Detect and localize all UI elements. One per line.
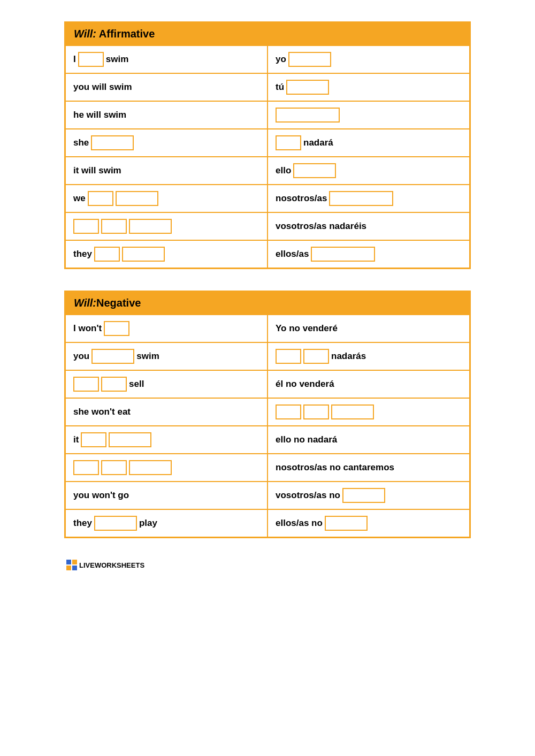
answer-input[interactable]: [293, 163, 336, 178]
cell-text: ello no nadará: [276, 434, 337, 445]
answer-input[interactable]: [325, 516, 368, 531]
cell-text: ellos/as no: [276, 518, 323, 529]
cell-affirmative-row0-left: Iswim: [65, 45, 268, 73]
answer-input[interactable]: [342, 488, 385, 503]
cell-text: play: [139, 518, 157, 529]
cell-affirmative-row0-right: yo: [268, 45, 470, 73]
cell-text: you won't go: [73, 490, 129, 501]
answer-input[interactable]: [81, 432, 106, 447]
cell-text: nosotros/as no cantaremos: [276, 462, 394, 473]
section-affirmative: Will: AffirmativeIswimyoyou will swimtúh…: [64, 21, 471, 269]
cell-text: él no venderá: [276, 379, 334, 390]
cell-text: I: [73, 54, 76, 65]
answer-input[interactable]: [288, 52, 331, 67]
answer-input[interactable]: [122, 247, 165, 262]
cell-text: tú: [276, 82, 284, 93]
answer-input[interactable]: [73, 460, 99, 475]
cell-negative-row3-left: she won't eat: [65, 398, 268, 426]
answer-input[interactable]: [276, 135, 301, 150]
cell-text: you: [73, 351, 89, 362]
grid-affirmative: Iswimyoyou will swimtúhe will swimshenad…: [65, 45, 470, 268]
cell-affirmative-row4-right: ello: [268, 157, 470, 185]
cell-text: I won't: [73, 323, 102, 334]
answer-input[interactable]: [276, 404, 301, 419]
answer-input[interactable]: [101, 460, 127, 475]
answer-input[interactable]: [303, 404, 329, 419]
cell-affirmative-row5-right: nosotros/as: [268, 185, 470, 212]
cell-text: nadará: [303, 138, 333, 148]
cell-text: vosotros/as no: [276, 490, 340, 501]
cell-affirmative-row2-right: [268, 101, 470, 129]
cell-text: yo: [276, 54, 286, 65]
cell-negative-row3-right: [268, 398, 470, 426]
cell-negative-row1-right: nadarás: [268, 342, 470, 370]
cell-text: nadarás: [331, 351, 366, 362]
cell-negative-row2-right: él no venderá: [268, 370, 470, 398]
cell-negative-row2-left: sell: [65, 370, 268, 398]
cell-text: swim: [136, 351, 159, 362]
cell-affirmative-row1-right: tú: [268, 73, 470, 101]
cell-text: she: [73, 138, 89, 148]
cell-text: swim: [106, 54, 129, 65]
answer-input[interactable]: [78, 52, 104, 67]
answer-input[interactable]: [104, 321, 129, 336]
brand-name: LIVEWORKSHEETS: [79, 561, 144, 569]
cell-text: they: [73, 249, 92, 259]
cell-negative-row7-left: theyplay: [65, 509, 268, 537]
cell-negative-row4-right: ello no nadará: [268, 426, 470, 454]
answer-input[interactable]: [91, 349, 134, 364]
cell-negative-row6-left: you won't go: [65, 482, 268, 509]
cell-negative-row0-left: I won't: [65, 315, 268, 342]
answer-input[interactable]: [276, 349, 301, 364]
answer-input[interactable]: [91, 135, 134, 150]
answer-input[interactable]: [109, 432, 151, 447]
footer: LIVEWORKSHEETS: [64, 560, 471, 570]
cell-negative-row0-right: Yo no venderé: [268, 315, 470, 342]
cell-text: it will swim: [73, 165, 121, 176]
cell-negative-row1-left: youswim: [65, 342, 268, 370]
liveworksheets-logo: LIVEWORKSHEETS: [66, 560, 144, 570]
cell-affirmative-row2-left: he will swim: [65, 101, 268, 129]
answer-input[interactable]: [311, 247, 375, 262]
cell-negative-row7-right: ellos/as no: [268, 509, 470, 537]
answer-input[interactable]: [303, 349, 329, 364]
answer-input[interactable]: [331, 404, 374, 419]
cell-affirmative-row3-left: she: [65, 129, 268, 157]
cell-affirmative-row7-right: ellos/as: [268, 240, 470, 268]
cell-text: it: [73, 434, 79, 445]
cell-text: ellos/as: [276, 249, 309, 259]
grid-negative: I won'tYo no venderéyouswimnadarássellél…: [65, 315, 470, 537]
cell-affirmative-row6-right: vosotros/as nadaréis: [268, 212, 470, 240]
cell-text: ello: [276, 165, 291, 176]
answer-input[interactable]: [101, 377, 127, 392]
cell-affirmative-row3-right: nadará: [268, 129, 470, 157]
answer-input[interactable]: [73, 219, 99, 234]
answer-input[interactable]: [94, 247, 120, 262]
section-header-negative: Will:Negative: [65, 292, 470, 315]
answer-input[interactable]: [116, 191, 158, 206]
section-negative: Will:NegativeI won'tYo no venderéyouswim…: [64, 291, 471, 538]
answer-input[interactable]: [276, 108, 340, 123]
cell-text: she won't eat: [73, 407, 131, 417]
cell-text: vosotros/as nadaréis: [276, 221, 366, 232]
cell-affirmative-row6-left: [65, 212, 268, 240]
cell-text: you will swim: [73, 82, 132, 93]
answer-input[interactable]: [286, 80, 329, 95]
answer-input[interactable]: [88, 191, 113, 206]
answer-input[interactable]: [129, 460, 172, 475]
cell-affirmative-row5-left: we: [65, 185, 268, 212]
cell-negative-row5-right: nosotros/as no cantaremos: [268, 454, 470, 482]
cell-text: nosotros/as: [276, 193, 327, 204]
cell-affirmative-row1-left: you will swim: [65, 73, 268, 101]
answer-input[interactable]: [101, 219, 127, 234]
cell-negative-row5-left: [65, 454, 268, 482]
answer-input[interactable]: [129, 219, 172, 234]
cell-negative-row4-left: it: [65, 426, 268, 454]
answer-input[interactable]: [73, 377, 99, 392]
answer-input[interactable]: [329, 191, 393, 206]
logo-icon: [66, 560, 77, 570]
cell-affirmative-row4-left: it will swim: [65, 157, 268, 185]
cell-text: they: [73, 518, 92, 529]
answer-input[interactable]: [94, 516, 137, 531]
worksheet: Will: AffirmativeIswimyoyou will swimtúh…: [64, 11, 471, 581]
